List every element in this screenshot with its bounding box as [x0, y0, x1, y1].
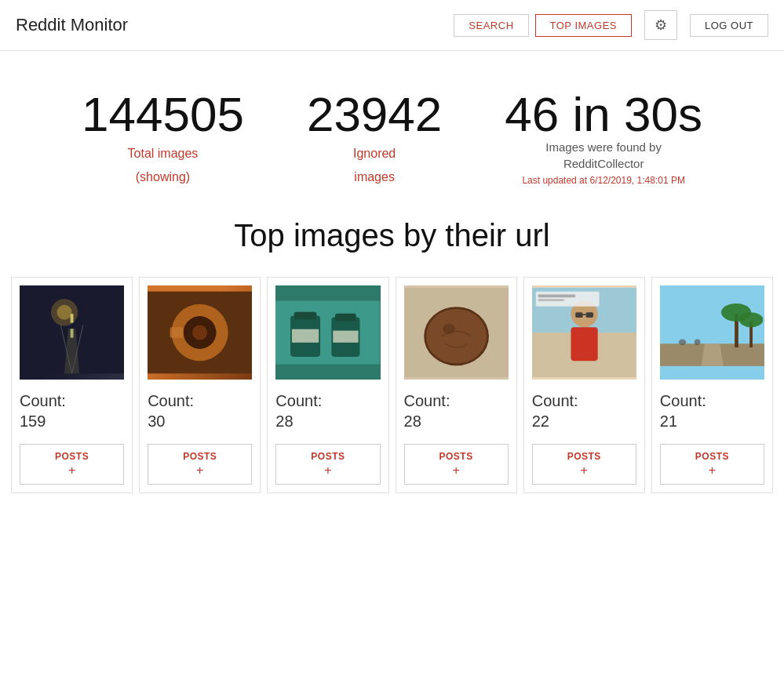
image-card: Count:28 POSTS + [396, 277, 517, 493]
navbar: Reddit Monitor SEARCH TOP IMAGES ⚙ LOG O… [0, 0, 784, 51]
posts-button-2[interactable]: POSTS + [148, 444, 252, 485]
svg-rect-29 [585, 312, 593, 318]
posts-label-2: POSTS [183, 451, 217, 462]
search-nav-link[interactable]: SEARCH [454, 14, 528, 37]
posts-label-6: POSTS [695, 451, 729, 462]
section-title: Top images by their url [0, 218, 784, 253]
card-image-4 [404, 285, 509, 380]
svg-marker-40 [701, 343, 724, 366]
logout-button[interactable]: LOG OUT [690, 14, 768, 37]
posts-plus-4: + [452, 463, 459, 478]
total-images-stat: 144505 Total images (showing) [82, 90, 244, 187]
svg-rect-12 [170, 327, 184, 337]
posts-button-1[interactable]: POSTS + [20, 444, 124, 485]
image-card: Count:28 POSTS + [267, 277, 388, 493]
app-title: Reddit Monitor [16, 15, 128, 35]
card-count-1: Count:159 [20, 391, 66, 431]
card-image-3 [275, 285, 380, 380]
settings-button[interactable]: ⚙ [644, 10, 677, 40]
svg-point-5 [57, 305, 72, 320]
svg-rect-32 [538, 294, 575, 297]
posts-plus-5: + [581, 463, 588, 478]
posts-label-4: POSTS [439, 451, 473, 462]
card-posts-4: POSTS + [404, 431, 509, 485]
ignored-images-number: 23942 [307, 90, 442, 139]
rate-number: 46 in 30s [505, 90, 702, 139]
card-posts-2: POSTS + [148, 431, 252, 485]
svg-rect-18 [292, 329, 319, 343]
nav-links: SEARCH TOP IMAGES ⚙ LOG OUT [454, 10, 768, 40]
ignored-images-sublabel: images [307, 169, 442, 186]
image-card: Count:159 POSTS + [11, 277, 133, 493]
svg-rect-3 [71, 329, 74, 337]
card-posts-3: POSTS + [275, 431, 380, 485]
gear-icon: ⚙ [655, 16, 667, 34]
image-card: Count:21 POSTS + [651, 277, 773, 493]
card-posts-1: POSTS + [20, 431, 124, 485]
svg-rect-27 [571, 327, 597, 361]
posts-button-3[interactable]: POSTS + [275, 444, 380, 485]
rate-found-label: Images were found by [505, 139, 702, 155]
cards-container: Count:159 POSTS + Count:30 POSTS + [0, 277, 784, 493]
top-images-nav-link[interactable]: TOP IMAGES [535, 14, 632, 37]
rate-collector: RedditCollector [505, 155, 702, 172]
svg-rect-33 [538, 299, 563, 301]
svg-rect-17 [335, 314, 356, 322]
svg-point-39 [739, 312, 763, 327]
total-images-number: 144505 [82, 90, 244, 139]
posts-button-6[interactable]: POSTS + [660, 444, 764, 485]
image-card: Count:22 POSTS + [523, 277, 645, 493]
total-images-sublabel: (showing) [82, 169, 244, 186]
card-posts-6: POSTS + [660, 431, 764, 485]
card-count-3: Count:28 [275, 391, 322, 431]
svg-rect-19 [334, 330, 359, 342]
card-image-6 [660, 285, 764, 380]
ignored-images-stat: 23942 Ignored images [307, 90, 442, 187]
image-card: Count:30 POSTS + [139, 277, 261, 493]
posts-plus-6: + [709, 463, 716, 478]
card-image-1 [20, 285, 124, 380]
card-count-4: Count:28 [404, 391, 450, 431]
ignored-images-label: Ignored [307, 145, 442, 162]
svg-rect-28 [575, 312, 583, 318]
posts-label-3: POSTS [311, 451, 345, 462]
card-count-6: Count:21 [660, 391, 706, 431]
svg-point-11 [192, 325, 207, 340]
svg-rect-15 [294, 312, 317, 320]
stats-section: 144505 Total images (showing) 23942 Igno… [0, 51, 784, 210]
posts-label-1: POSTS [55, 451, 89, 462]
posts-button-5[interactable]: POSTS + [532, 444, 636, 485]
card-image-2 [148, 285, 252, 380]
posts-button-4[interactable]: POSTS + [404, 444, 509, 485]
posts-plus-3: + [324, 463, 331, 478]
total-images-label: Total images [82, 145, 244, 162]
card-posts-5: POSTS + [532, 431, 636, 485]
card-image-5 [532, 285, 636, 380]
svg-point-41 [679, 339, 687, 345]
card-count-2: Count:30 [148, 391, 194, 431]
posts-plus-2: + [196, 463, 203, 478]
posts-label-5: POSTS [567, 451, 601, 462]
posts-plus-1: + [68, 463, 75, 478]
rate-timestamp: Last updated at 6/12/2019, 1:48:01 PM [505, 175, 702, 186]
card-count-5: Count:22 [532, 391, 578, 431]
svg-point-42 [695, 339, 701, 345]
rate-stat: 46 in 30s Images were found by RedditCol… [505, 90, 702, 187]
